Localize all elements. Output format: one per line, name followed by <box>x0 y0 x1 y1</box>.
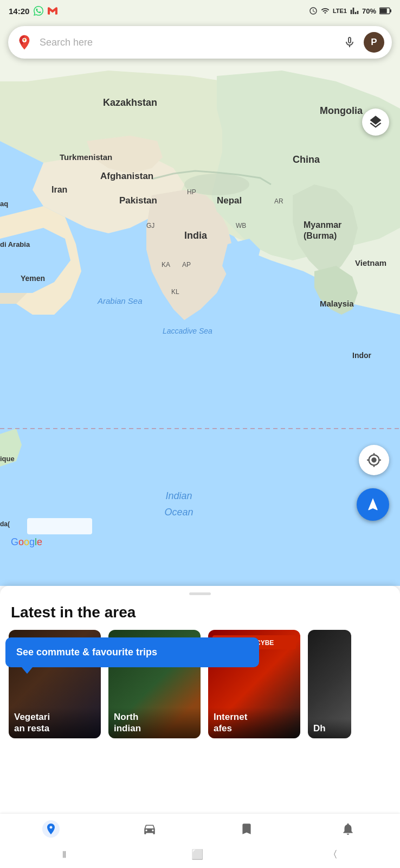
place-card-internet-label: Internetafes <box>208 707 300 738</box>
maps-pin-logo <box>16 34 33 51</box>
map-svg: Kazakhstan Mongolia Turkmenistan China I… <box>0 0 400 586</box>
svg-text:GJ: GJ <box>146 222 154 229</box>
commute-tooltip[interactable]: See commute & favourite trips <box>5 637 259 667</box>
map-area[interactable]: Kazakhstan Mongolia Turkmenistan China I… <box>0 0 400 586</box>
svg-text:Indor: Indor <box>352 351 372 360</box>
mic-button[interactable] <box>342 35 357 50</box>
svg-rect-33 <box>27 518 92 534</box>
svg-rect-36 <box>390 9 391 12</box>
svg-text:Iran: Iran <box>51 185 67 194</box>
go-icon <box>143 822 157 836</box>
search-bar[interactable]: Search here P <box>8 26 392 59</box>
svg-text:di Arabia: di Arabia <box>0 240 30 248</box>
svg-text:Mongolia: Mongolia <box>320 105 363 116</box>
svg-text:Arabian Sea: Arabian Sea <box>97 296 143 305</box>
search-input[interactable]: Search here <box>40 37 336 48</box>
svg-text:India: India <box>184 230 208 241</box>
svg-text:Afghanistan: Afghanistan <box>100 171 153 181</box>
time-display: 14:20 <box>9 7 29 16</box>
go-icon-wrap <box>141 820 158 838</box>
svg-text:Indian: Indian <box>165 490 192 501</box>
svg-text:AP: AP <box>182 261 191 269</box>
gmail-icon <box>48 6 57 16</box>
sheet-handle[interactable] <box>189 592 211 595</box>
svg-text:Yemen: Yemen <box>21 274 45 283</box>
svg-text:Ocean: Ocean <box>164 507 193 518</box>
svg-text:Myanmar: Myanmar <box>304 220 341 229</box>
svg-text:KL: KL <box>171 288 179 296</box>
battery-icon <box>379 7 391 15</box>
svg-text:China: China <box>293 154 320 165</box>
status-left: 14:20 <box>9 6 57 16</box>
alarm-icon <box>309 7 318 15</box>
explore-icon-wrap <box>42 820 60 838</box>
sys-nav-home[interactable]: ⬜ <box>191 848 203 860</box>
place-card-north-indian-label: Northindian <box>108 707 201 738</box>
svg-text:aq: aq <box>0 200 8 208</box>
svg-text:AR: AR <box>274 197 283 205</box>
my-location-button[interactable] <box>359 445 389 475</box>
bottom-sheet: Latest in the area Vegetarian resta Nort… <box>0 586 400 814</box>
saved-icon <box>240 822 254 836</box>
updates-icon <box>341 822 355 836</box>
place-card-dh-label: Dh <box>308 719 351 738</box>
svg-text:Vietnam: Vietnam <box>355 258 386 267</box>
user-avatar[interactable]: P <box>364 32 384 53</box>
navigate-button[interactable] <box>357 488 389 521</box>
svg-text:WB: WB <box>236 222 246 229</box>
status-bar: 14:20 LTE1 70% <box>0 0 400 22</box>
svg-text:Laccadive Sea: Laccadive Sea <box>163 327 212 335</box>
signal-icon <box>350 7 359 15</box>
sys-nav-menu[interactable]: ⦀ <box>62 849 67 860</box>
svg-text:HP: HP <box>187 188 196 196</box>
svg-text:Kazakhstan: Kazakhstan <box>103 97 157 108</box>
battery-percentage: 70% <box>362 7 376 15</box>
section-title: Latest in the area <box>0 604 400 630</box>
updates-icon-wrap <box>339 820 357 838</box>
saved-icon-wrap <box>238 820 255 838</box>
svg-text:(Burma): (Burma) <box>304 231 337 240</box>
whatsapp-icon <box>34 6 43 16</box>
explore-icon <box>44 822 57 836</box>
wifi-icon <box>321 7 330 15</box>
sys-nav-back[interactable]: 〈 <box>328 848 338 861</box>
layer-toggle-button[interactable] <box>362 108 389 136</box>
svg-rect-35 <box>380 8 387 13</box>
place-card-dh[interactable]: Dh <box>308 630 351 738</box>
svg-text:da(: da( <box>0 520 10 528</box>
place-card-vegetarian-label: Vegetarian resta <box>9 707 101 738</box>
svg-text:KA: KA <box>162 261 170 269</box>
lte-indicator: LTE1 <box>333 8 347 14</box>
status-right: LTE1 70% <box>309 7 391 15</box>
svg-text:ique: ique <box>0 455 15 463</box>
google-logo: Google <box>11 537 42 548</box>
commute-tooltip-text: See commute & favourite trips <box>16 647 157 658</box>
system-nav-bar: ⦀ ⬜ 〈 <box>0 841 400 868</box>
svg-text:Pakistan: Pakistan <box>119 195 157 206</box>
svg-text:Malaysia: Malaysia <box>320 299 354 308</box>
svg-text:Turkmenistan: Turkmenistan <box>60 152 112 162</box>
svg-text:Nepal: Nepal <box>217 195 242 206</box>
